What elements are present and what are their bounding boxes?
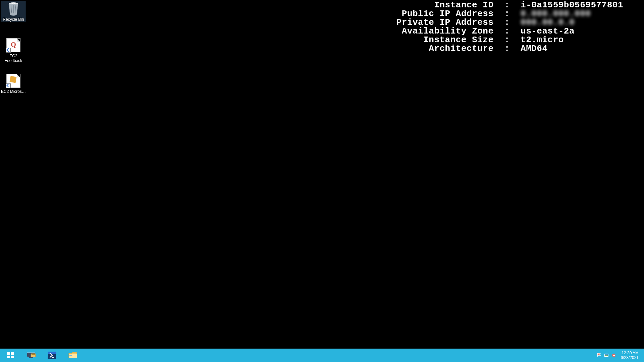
ec2-feedback-icon: Q: [6, 38, 21, 53]
svg-rect-12: [69, 354, 77, 358]
svg-rect-6: [27, 352, 35, 353]
desktop-icon-recycle-bin[interactable]: Recycle Bin: [1, 1, 26, 22]
svg-rect-3: [7, 356, 10, 358]
tray-action-center-icon[interactable]: [595, 353, 603, 358]
powershell-icon: [47, 351, 57, 360]
svg-rect-4: [11, 356, 14, 358]
svg-rect-11: [52, 357, 54, 358]
taskbar-item-powershell[interactable]: [42, 349, 62, 362]
svg-rect-18: [613, 355, 615, 356]
clock-time: 12:30 AM: [621, 351, 639, 355]
desktop[interactable]: Recycle Bin Q EC2 Feedback EC2 Micros… I…: [0, 0, 644, 362]
server-manager-icon: [26, 351, 36, 360]
svg-rect-1: [7, 352, 10, 355]
desktop-icon-ec2-microsoft[interactable]: EC2 Micros…: [1, 73, 26, 94]
taskbar: 12:30 AM 6/23/2021: [0, 349, 644, 362]
instance-info-overlay: Instance ID : i-0a1559b0569577801 Public…: [396, 1, 623, 53]
instance-info-row: Availability Zone : us-east-2a: [396, 27, 623, 36]
svg-rect-9: [31, 354, 36, 357]
instance-info-row: Public IP Address : 0.000.000.000: [396, 9, 623, 18]
desktop-icon-label: EC2 Micros…: [1, 89, 26, 94]
svg-rect-10: [32, 354, 35, 355]
taskbar-clock[interactable]: 12:30 AM 6/23/2021: [618, 351, 642, 360]
instance-info-row: Private IP Address : 000.00.0.0: [396, 18, 623, 27]
taskbar-item-file-explorer[interactable]: [62, 349, 83, 362]
svg-rect-8: [28, 358, 34, 358]
system-tray: 12:30 AM 6/23/2021: [595, 349, 644, 362]
taskbar-item-server-manager[interactable]: [21, 349, 42, 362]
svg-rect-16: [605, 355, 608, 356]
tray-safe-remove-icon[interactable]: [610, 353, 618, 358]
svg-rect-13: [69, 355, 72, 356]
desktop-icon-ec2-feedback[interactable]: Q EC2 Feedback: [1, 38, 26, 63]
instance-info-value: 000.00.0.0: [521, 17, 575, 27]
desktop-icon-label: EC2 Feedback: [1, 54, 26, 63]
instance-info-row: Architecture : AMD64: [396, 44, 623, 53]
instance-info-row: Instance Size : t2.micro: [396, 36, 623, 44]
instance-info-row: Instance ID : i-0a1559b0569577801: [396, 1, 623, 9]
instance-info-label: Architecture :: [396, 44, 521, 54]
svg-rect-15: [605, 354, 608, 355]
recycle-bin-icon: [6, 1, 21, 16]
windows-logo-icon: [6, 351, 14, 359]
instance-info-value: AMD64: [521, 44, 548, 54]
svg-rect-2: [11, 352, 14, 355]
ec2-microsoft-icon: [6, 73, 21, 88]
tray-security-icon[interactable]: [603, 353, 610, 358]
start-button[interactable]: [0, 349, 21, 362]
desktop-icon-label: Recycle Bin: [1, 17, 26, 22]
file-explorer-icon: [68, 351, 78, 360]
clock-date: 6/23/2021: [621, 355, 639, 360]
